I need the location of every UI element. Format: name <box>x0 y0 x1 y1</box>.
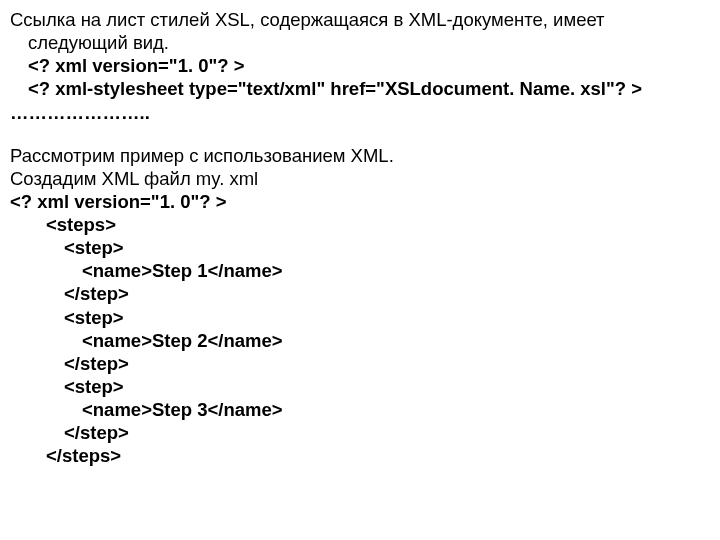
p2-step2-close: </step> <box>10 352 710 375</box>
p2-step2-name: <name>Step 2</name> <box>10 329 710 352</box>
p2-steps-open: <steps> <box>10 213 710 236</box>
p2-line1: Рассмотрим пример с использованием XML. <box>10 144 710 167</box>
p2-line2: Создадим XML файл my. xml <box>10 167 710 190</box>
p2-step1-name: <name>Step 1</name> <box>10 259 710 282</box>
p2-step3-name: <name>Step 3</name> <box>10 398 710 421</box>
paragraph-2: Рассмотрим пример с использованием XML. … <box>10 144 710 468</box>
p2-line3-code: <? xml version="1. 0"? > <box>10 190 710 213</box>
p2-steps-close: </steps> <box>10 444 710 467</box>
p2-step1-open: <step> <box>10 236 710 259</box>
p2-step2-open: <step> <box>10 306 710 329</box>
p1-line3-code: <? xml version="1. 0"? > <box>10 54 710 77</box>
p2-step3-open: <step> <box>10 375 710 398</box>
p1-line5-dots: ………………….. <box>10 101 710 124</box>
p1-line4-code: <? xml-stylesheet type="text/xml" href="… <box>10 77 710 100</box>
p2-step3-close: </step> <box>10 421 710 444</box>
p2-step1-close: </step> <box>10 282 710 305</box>
p1-line2: следующий вид. <box>10 31 710 54</box>
p1-line1: Ссылка на лист стилей XSL, содержащаяся … <box>10 8 710 31</box>
paragraph-1: Ссылка на лист стилей XSL, содержащаяся … <box>10 8 710 124</box>
